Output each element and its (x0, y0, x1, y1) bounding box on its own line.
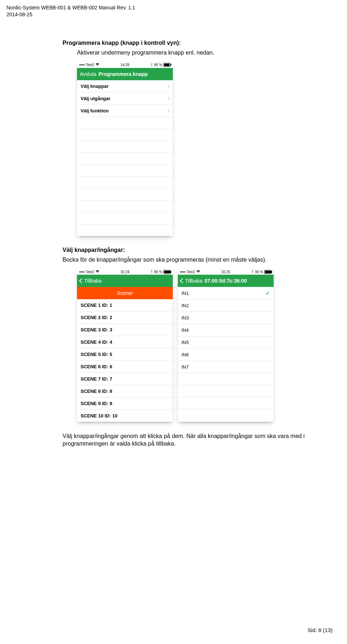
scene-label: SCENE 9 ID: 9 (81, 401, 112, 406)
input-label: IN6 (181, 352, 189, 357)
input-label: IN1 (181, 291, 189, 296)
nav-title: 07:00:0d:7c:36:00 (205, 278, 271, 284)
scene-row[interactable]: SCENE 3 ID: 3 (77, 324, 173, 336)
page-footer: Sid. 8 (13) (308, 627, 333, 633)
empty-row (77, 189, 173, 201)
battery-icon (264, 270, 271, 274)
header-line-1: Nordic-System WEBB-001 & WEBB-002 Manual… (7, 4, 340, 11)
scener-header: Scener (77, 287, 173, 299)
input-label: IN2 (181, 303, 189, 308)
battery-icon (163, 270, 171, 274)
status-time: 16:24 (120, 270, 129, 274)
signal-dots-icon: ••••• (180, 270, 185, 274)
row-label: Välj funktion (81, 108, 109, 113)
back-label: Tillbaka (185, 278, 202, 284)
battery-pct: 86 % (154, 63, 162, 67)
scene-row[interactable]: SCENE 10 ID: 10 (77, 410, 173, 422)
empty-row (77, 165, 173, 177)
input-row[interactable]: IN2 (178, 300, 274, 312)
empty-row (178, 385, 274, 397)
phone-programmera: ••••• Tele2 14:28 86 % (77, 62, 173, 236)
carrier-label: Tele2 (187, 270, 195, 274)
empty-row (77, 212, 173, 224)
row-valj-funktion[interactable]: Välj funktion (77, 105, 173, 117)
empty-row (77, 117, 173, 129)
carrier-label: Tele2 (86, 270, 94, 274)
navbar: Tillbaka (77, 275, 173, 287)
scene-row[interactable]: SCENE 8 ID: 8 (77, 385, 173, 398)
chevron-right-icon (166, 84, 170, 88)
input-label: IN3 (181, 315, 189, 321)
bluetooth-icon (251, 270, 254, 274)
back-button[interactable]: Tillbaka (80, 278, 102, 284)
document-content: Programmera knapp (knapp i kontroll vyn)… (63, 40, 330, 448)
scene-label: SCENE 2 ID: 2 (81, 315, 112, 320)
check-icon: ✓ (266, 290, 270, 296)
input-row[interactable]: IN4 (178, 324, 274, 336)
row-label: Välj utgångar (81, 96, 110, 101)
scene-label: SCENE 8 ID: 8 (81, 388, 112, 394)
screenshot-1: ••••• Tele2 14:28 86 % (77, 62, 330, 236)
empty-row (77, 129, 173, 141)
status-bar: ••••• Tele2 14:28 86 % (77, 62, 173, 68)
carrier-label: Tele2 (86, 63, 94, 67)
scene-row[interactable]: SCENE 6 ID: 6 (77, 361, 173, 373)
section1-heading: Programmera knapp (knapp i kontroll vyn)… (63, 40, 330, 46)
status-bar: ••••• Tele2 16:24 96 % (77, 269, 173, 275)
empty-row (178, 397, 274, 409)
phone-scener: ••••• Tele2 16:24 96 % (77, 269, 173, 422)
scene-row[interactable]: SCENE 2 ID: 2 (77, 312, 173, 324)
screenshot-row: ••••• Tele2 16:24 96 % (77, 269, 330, 422)
input-row[interactable]: IN5 (178, 336, 274, 349)
battery-pct: 96 % (255, 270, 263, 274)
row-label: Välj knappar (81, 83, 108, 89)
navbar: Tillbaka 07:00:0d:7c:36:00 (178, 275, 274, 287)
back-button[interactable]: Tillbaka (181, 278, 202, 284)
wifi-icon (95, 270, 99, 274)
chevron-left-icon (79, 278, 84, 283)
chevron-right-icon (166, 109, 170, 112)
scene-label: SCENE 5 ID: 5 (81, 352, 112, 357)
back-label: Tillbaka (84, 278, 102, 284)
section2-body: Bocka för de knappar/ingångar som ska pr… (63, 256, 330, 264)
empty-row (77, 201, 173, 212)
scene-label: SCENE 3 ID: 3 (81, 327, 112, 332)
row-valj-knappar[interactable]: Välj knappar (77, 80, 173, 93)
battery-icon (163, 63, 171, 67)
document-header: Nordic-System WEBB-001 & WEBB-002 Manual… (7, 4, 340, 18)
input-label: IN4 (181, 327, 189, 333)
input-label: IN7 (181, 364, 189, 370)
scene-label: SCENE 6 ID: 6 (81, 364, 112, 369)
header-line-2: 2014-08-25 (7, 11, 340, 18)
scene-row[interactable]: SCENE 9 ID: 9 (77, 398, 173, 410)
scene-row[interactable]: SCENE 7 ID: 7 (77, 373, 173, 385)
scene-label: SCENE 7 ID: 7 (81, 376, 112, 382)
back-button[interactable]: Avsluta (80, 71, 97, 77)
wifi-icon (95, 63, 99, 67)
wifi-icon (196, 270, 200, 274)
input-label: IN5 (181, 340, 189, 345)
row-valj-utgangar[interactable]: Välj utgångar (77, 93, 173, 105)
scene-label: SCENE 1 ID: 1 (81, 302, 112, 308)
input-row[interactable]: IN3 (178, 312, 274, 324)
battery-pct: 96 % (154, 270, 162, 274)
bluetooth-icon (150, 270, 153, 274)
empty-row (178, 373, 274, 385)
status-bar: ••••• Tele2 16:25 96 % (178, 269, 274, 275)
input-row[interactable]: IN6 (178, 349, 274, 361)
navbar: Avsluta Programmera knapp (77, 68, 173, 80)
empty-row (77, 224, 173, 236)
scene-row[interactable]: SCENE 5 ID: 5 (77, 348, 173, 361)
phone-inputs: ••••• Tele2 16:25 96 % (178, 269, 274, 422)
scene-row[interactable]: SCENE 1 ID: 1 (77, 299, 173, 312)
empty-row (77, 177, 173, 189)
nav-title: Programmera knapp (99, 71, 170, 77)
input-row[interactable]: IN1 ✓ (178, 287, 274, 300)
empty-row (77, 141, 173, 153)
signal-dots-icon: ••••• (79, 63, 85, 67)
input-row[interactable]: IN7 (178, 361, 274, 373)
scene-label: SCENE 10 ID: 10 (81, 413, 117, 418)
section3-body: Välj knappar/ingångar genom att klicka p… (63, 433, 330, 448)
chevron-right-icon (166, 96, 170, 100)
scene-row[interactable]: SCENE 4 ID: 4 (77, 336, 173, 348)
